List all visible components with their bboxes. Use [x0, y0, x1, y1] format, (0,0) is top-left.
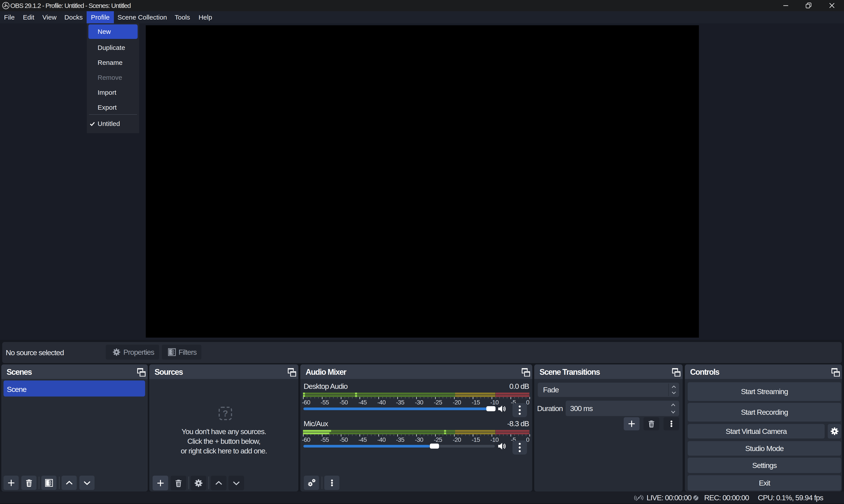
svg-text:?: ?	[223, 409, 228, 418]
